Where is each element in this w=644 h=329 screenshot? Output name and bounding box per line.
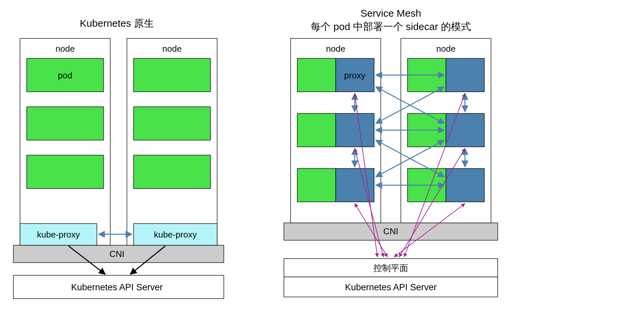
- left-node1-pod3: [27, 155, 104, 189]
- svg-rect-11: [446, 169, 484, 202]
- right-node1-pod3: [297, 169, 374, 202]
- svg-rect-9: [446, 113, 484, 147]
- left-node2-pod2: [134, 107, 210, 140]
- right-cni-label: CNI: [383, 226, 398, 236]
- left-node2-pod3: [134, 155, 210, 189]
- left-kubeproxy-2-label: kube-proxy: [154, 230, 197, 240]
- diagram-canvas: Kubernetes 原生 CNI node node pod kube-pro…: [0, 0, 644, 329]
- svg-rect-2: [297, 113, 336, 147]
- left-node-1-label: node: [55, 44, 75, 54]
- right-control-plane-label: 控制平面: [373, 263, 408, 273]
- right-proxy-label: proxy: [344, 70, 365, 80]
- left-cni-label: CNI: [110, 249, 125, 259]
- svg-rect-5: [336, 169, 374, 202]
- right-api-label: Kubernetes API Server: [345, 282, 437, 292]
- right-node1-pod1: proxy: [297, 58, 374, 92]
- left-node-2-label: node: [162, 44, 182, 54]
- right-title-1: Service Mesh: [360, 8, 421, 19]
- right-node-2-label: node: [436, 44, 456, 54]
- left-node1-pod2: [27, 107, 104, 140]
- svg-rect-0: [297, 58, 336, 92]
- right-diagram: Service Mesh 每个 pod 中部署一个 sidecar 的模式 CN…: [284, 8, 498, 297]
- left-pod-label: pod: [58, 70, 72, 80]
- left-title: Kubernetes 原生: [80, 18, 154, 29]
- svg-rect-7: [446, 58, 484, 92]
- svg-rect-3: [336, 113, 374, 147]
- left-diagram: Kubernetes 原生 CNI node node pod kube-pro…: [13, 18, 224, 299]
- right-title-2: 每个 pod 中部署一个 sidecar 的模式: [311, 21, 471, 32]
- left-node2-pod1: [134, 58, 210, 92]
- right-node-1-label: node: [326, 44, 345, 54]
- left-kubeproxy-1-label: kube-proxy: [37, 230, 80, 240]
- right-node1-pod2: [297, 113, 374, 147]
- svg-rect-4: [297, 169, 336, 202]
- left-api-label: Kubernetes API Server: [71, 282, 163, 292]
